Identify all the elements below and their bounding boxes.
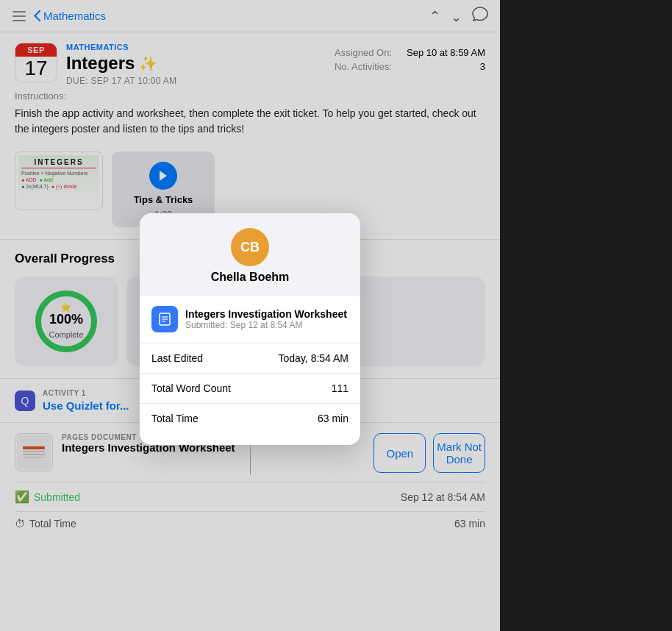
student-name: Chella Boehm <box>211 271 290 284</box>
popup-total-time-value: 63 min <box>318 413 348 424</box>
word-count-label: Total Word Count <box>151 382 231 394</box>
popup-total-time-row: Total Time 63 min <box>140 404 360 433</box>
popup-doc-icon <box>151 306 178 332</box>
popup-doc-submitted: Submitted: Sep 12 at 8:54 AM <box>185 320 347 330</box>
popup-doc-row: Integers Investigation Worksheet Submitt… <box>140 296 360 343</box>
avatar: CB <box>231 228 269 266</box>
popup-connector-line <box>250 445 251 474</box>
popup-doc-title: Integers Investigation Worksheet <box>185 308 347 320</box>
popup-last-edited-row: Last Edited Today, 8:54 AM <box>140 343 360 374</box>
popup-stats: Last Edited Today, 8:54 AM Total Word Co… <box>140 343 360 445</box>
popup-doc-info: Integers Investigation Worksheet Submitt… <box>185 308 347 330</box>
popup-word-count-row: Total Word Count 111 <box>140 374 360 404</box>
popup-total-time-label: Total Time <box>151 413 199 424</box>
student-detail-popup: CB Chella Boehm Integers Investigation W… <box>140 213 360 445</box>
last-edited-value: Today, 8:54 AM <box>279 352 348 364</box>
popup-header: CB Chella Boehm <box>140 213 360 296</box>
last-edited-label: Last Edited <box>151 352 203 364</box>
right-panel <box>500 0 672 631</box>
word-count-value: 111 <box>332 382 348 394</box>
popup-overlay: CB Chella Boehm Integers Investigation W… <box>0 0 500 631</box>
